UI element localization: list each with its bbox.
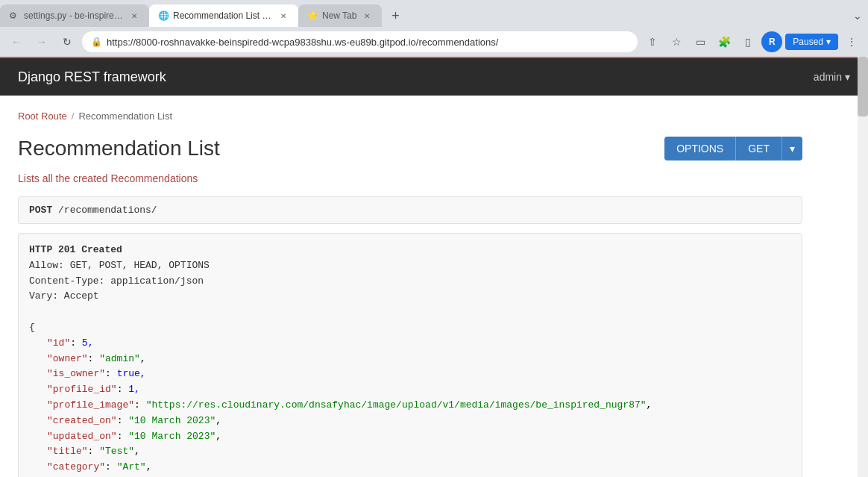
json-owner-val: "admin" xyxy=(99,353,140,364)
json-title-key: "title" xyxy=(47,446,88,457)
back-button[interactable]: ← xyxy=(6,31,27,52)
json-is-owner-val: true, xyxy=(117,368,146,379)
method-line-block: POST /recommendations/ xyxy=(18,196,802,224)
screen-icon[interactable]: ▭ xyxy=(690,31,711,52)
tab-overflow-button[interactable]: ⌄ xyxy=(847,5,868,26)
tab-recommendation-list[interactable]: 🌐 Recommendation List – Django R... ✕ xyxy=(149,4,298,27)
status-line: HTTP 201 Created xyxy=(29,244,122,255)
address-bar-icons: ⇧ ☆ ▭ 🧩 ▯ R Paused ▾ ⋮ xyxy=(642,31,862,52)
paused-label: Paused xyxy=(793,37,823,47)
menu-icon[interactable]: ⋮ xyxy=(841,31,862,52)
tab1-label: settings.py - be-inspired-drf-api-... xyxy=(24,10,124,21)
json-category-val: "Art" xyxy=(117,461,146,473)
page-header: Recommendation List OPTIONS GET ▾ xyxy=(18,137,802,160)
json-profile-id-val: 1, xyxy=(128,384,140,395)
json-category-key: "category" xyxy=(47,461,105,473)
allow-value: GET, POST, HEAD, OPTIONS xyxy=(70,260,210,271)
user-menu[interactable]: admin ▾ xyxy=(814,71,850,83)
paused-button[interactable]: Paused ▾ xyxy=(785,34,838,50)
breadcrumb-separator: / xyxy=(72,110,75,122)
share-icon[interactable]: ⇧ xyxy=(642,31,663,52)
action-buttons: OPTIONS GET ▾ xyxy=(664,137,802,160)
json-updated-on-key: "updated_on" xyxy=(47,431,117,442)
json-block: { "id": 5, "owner": "admin", "is_owner":… xyxy=(29,320,791,477)
json-id-val: 5, xyxy=(82,337,94,349)
breadcrumb: Root Route / Recommendation List xyxy=(18,110,802,122)
json-id-key: "id" xyxy=(47,337,70,349)
breadcrumb-current: Recommendation List xyxy=(78,110,172,122)
method-label: POST xyxy=(29,205,52,216)
page-description: Lists all the created Recommendations xyxy=(18,172,802,184)
content-type-label: Content-Type: xyxy=(29,275,104,287)
tab2-favicon: 🌐 xyxy=(158,10,169,21)
json-updated-on-val: "10 March 2023" xyxy=(128,431,216,442)
tab1-close[interactable]: ✕ xyxy=(128,10,140,22)
json-title-val: "Test" xyxy=(99,446,134,457)
forward-button[interactable]: → xyxy=(31,31,52,52)
scrollbar[interactable] xyxy=(858,57,868,477)
user-caret-icon: ▾ xyxy=(845,71,850,83)
extensions-icon[interactable]: 🧩 xyxy=(714,31,735,52)
tab3-close[interactable]: ✕ xyxy=(361,10,373,22)
tab3-favicon: ⭐ xyxy=(307,10,318,21)
side-panel-icon[interactable]: ▯ xyxy=(738,31,758,52)
username-label: admin xyxy=(814,71,842,83)
content-type-value: application/json xyxy=(110,275,204,287)
response-headers: HTTP 201 Created Allow: GET, POST, HEAD,… xyxy=(29,243,791,305)
json-profile-id-key: "profile_id" xyxy=(47,384,117,395)
address-input-field[interactable]: https://8000-roshnavakke-beinspiredd-wcp… xyxy=(107,37,629,48)
bookmark-icon[interactable]: ☆ xyxy=(666,31,687,52)
browser-chrome: ⚙ settings.py - be-inspired-drf-api-... … xyxy=(0,0,868,57)
tab3-label: New Tab xyxy=(322,10,356,21)
tab1-favicon: ⚙ xyxy=(9,10,19,21)
tab2-close[interactable]: ✕ xyxy=(277,10,289,22)
json-is-owner-key: "is_owner" xyxy=(47,368,105,379)
address-bar-row: ← → ↻ 🔒 https://8000-roshnavakke-beinspi… xyxy=(0,27,868,57)
json-profile-image-val: "https://res.cloudinary.com/dnsafyhac/im… xyxy=(146,399,647,411)
get-caret-icon: ▾ xyxy=(790,143,795,155)
drf-main: Root Route / Recommendation List Recomme… xyxy=(0,96,820,477)
profile-button[interactable]: R xyxy=(761,31,782,52)
get-caret-button[interactable]: ▾ xyxy=(781,137,802,160)
tab-settings-py[interactable]: ⚙ settings.py - be-inspired-drf-api-... … xyxy=(0,4,149,27)
method-path: /recommendations/ xyxy=(58,205,157,216)
json-profile-image-key: "profile_image" xyxy=(47,399,134,411)
vary-value: Accept xyxy=(64,290,99,302)
reload-button[interactable]: ↻ xyxy=(57,31,78,52)
lock-icon: 🔒 xyxy=(91,37,102,47)
tab-bar: ⚙ settings.py - be-inspired-drf-api-... … xyxy=(0,0,868,27)
response-block: HTTP 201 Created Allow: GET, POST, HEAD,… xyxy=(18,233,802,477)
tab2-label: Recommendation List – Django R... xyxy=(173,10,273,21)
drf-navbar: Django REST framework admin ▾ xyxy=(0,58,868,96)
drf-brand-link[interactable]: Django REST framework xyxy=(18,69,166,85)
page-title: Recommendation List xyxy=(18,137,220,160)
options-button[interactable]: OPTIONS xyxy=(664,137,735,160)
vary-label: Vary: xyxy=(29,290,58,302)
new-tab-button[interactable]: + xyxy=(385,5,406,26)
scrollbar-thumb[interactable] xyxy=(858,57,868,116)
paused-caret: ▾ xyxy=(826,37,831,47)
json-owner-key: "owner" xyxy=(47,353,88,364)
json-created-on-val: "10 March 2023" xyxy=(128,415,216,426)
breadcrumb-root-link[interactable]: Root Route xyxy=(18,110,67,122)
json-created-on-key: "created_on" xyxy=(47,415,117,426)
page-content: Django REST framework admin ▾ Root Route… xyxy=(0,57,868,477)
tab-new-tab[interactable]: ⭐ New Tab ✕ xyxy=(298,4,382,27)
allow-label: Allow: xyxy=(29,260,64,271)
get-button[interactable]: GET xyxy=(735,137,781,160)
